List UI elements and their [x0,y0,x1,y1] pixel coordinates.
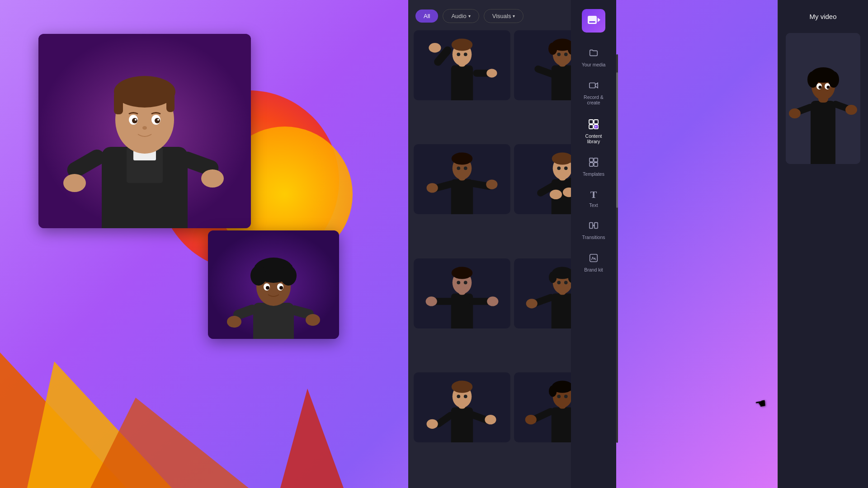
svg-marker-131 [598,18,600,22]
sidebar-label-record-create: Record &create [584,94,604,106]
svg-point-17 [135,119,137,121]
svg-point-66 [457,167,460,170]
main-video-card[interactable] [38,34,251,228]
svg-point-30 [280,266,297,286]
my-video-panel: My video [778,0,868,488]
sidebar-label-text: Text [589,202,598,208]
svg-point-99 [549,272,557,283]
audio-label: Audio [451,13,466,19]
scrollbar-track[interactable] [616,54,618,443]
filter-audio-button[interactable]: Audio ▾ [443,9,479,23]
svg-point-47 [429,43,441,52]
secondary-video-card[interactable] [208,230,339,339]
sidebar-label-templates: Templates [583,171,604,177]
svg-rect-133 [590,83,595,88]
svg-rect-12 [166,92,175,112]
svg-rect-119 [552,407,573,442]
brand-kit-icon [589,253,599,264]
svg-point-89 [464,281,467,284]
svg-rect-147 [811,101,835,164]
secondary-avatar-svg [208,230,339,339]
svg-point-19 [142,126,147,130]
svg-rect-108 [451,407,473,442]
cursor-pointer: ☚ [754,395,767,412]
svg-rect-135 [594,120,598,124]
svg-point-37 [227,316,241,328]
svg-rect-143 [590,223,593,229]
svg-point-156 [827,86,830,89]
text-icon: T [590,190,597,200]
sidebar-label-content-library: Contentlibrary [585,133,602,145]
svg-point-116 [427,419,438,428]
my-video-title: My video [778,0,868,28]
sidebar-label-transitions: Transitions [582,235,605,240]
scrollbar-thumb[interactable] [616,72,618,208]
svg-rect-141 [590,163,593,166]
avatar-card-5[interactable] [414,258,510,328]
sidebar-item-text[interactable]: T Text [571,183,616,215]
svg-rect-140 [594,158,598,162]
content-library-icon [588,118,599,131]
my-video-content [778,28,868,488]
svg-rect-95 [552,293,573,328]
svg-point-43 [452,38,473,51]
sidebar-item-your-media[interactable]: Your media [571,42,616,74]
sidebar-item-record-create[interactable]: Record &create [571,74,616,112]
svg-point-49 [486,69,497,77]
record-icon [589,80,599,92]
svg-rect-84 [451,293,473,328]
svg-marker-3 [90,398,249,488]
svg-point-76 [552,153,573,165]
visuals-dropdown-arrow: ▾ [513,14,515,19]
visuals-label: Visuals [492,13,511,19]
filter-visuals-button[interactable]: Visuals ▾ [484,9,524,23]
templates-icon [589,157,599,169]
bg-bottom-shapes [0,316,353,488]
svg-rect-144 [594,223,598,229]
svg-rect-11 [114,92,123,114]
svg-point-105 [526,299,538,308]
svg-point-67 [464,167,467,170]
svg-point-159 [789,108,801,118]
svg-point-111 [452,380,473,393]
svg-point-55 [548,42,557,55]
avatar-card-7[interactable] [414,372,510,442]
filter-all-button[interactable]: All [415,9,438,23]
svg-point-45 [464,52,467,56]
svg-point-92 [426,296,437,306]
svg-point-81 [550,190,562,199]
sidebar-item-transitions[interactable]: Transitions [571,214,616,247]
svg-point-16 [155,118,160,123]
logo-icon [587,14,600,28]
sidebar-label-brand-kit: Brand kit [584,267,603,273]
svg-point-117 [485,415,496,424]
svg-point-58 [564,52,568,56]
svg-rect-132 [589,21,595,23]
canvas-area [0,0,353,488]
my-video-card[interactable] [786,33,860,164]
avatar-thumbnail-1 [414,30,510,100]
svg-rect-25 [253,303,294,339]
transitions-icon [589,221,599,232]
sidebar-item-brand-kit[interactable]: Brand kit [571,247,616,279]
svg-point-10 [114,76,175,108]
svg-point-33 [266,286,269,290]
svg-point-23 [201,169,224,188]
svg-rect-130 [588,16,597,24]
svg-point-88 [457,281,460,284]
avatar-card-1[interactable] [414,30,510,100]
svg-point-155 [819,86,822,89]
svg-point-123 [549,385,557,397]
svg-point-102 [564,281,568,284]
avatar-thumbnail-3 [414,144,510,214]
svg-rect-139 [590,158,593,162]
svg-point-65 [452,153,473,165]
svg-point-29 [250,266,267,286]
sidebar: Your media Record &create Contentlibrary [571,0,616,488]
sidebar-item-templates[interactable]: Templates [571,151,616,183]
svg-point-18 [157,119,159,121]
svg-rect-40 [451,66,473,101]
sidebar-item-content-library[interactable]: Contentlibrary [571,112,616,151]
avatar-card-3[interactable] [414,144,510,214]
svg-point-101 [557,281,561,284]
